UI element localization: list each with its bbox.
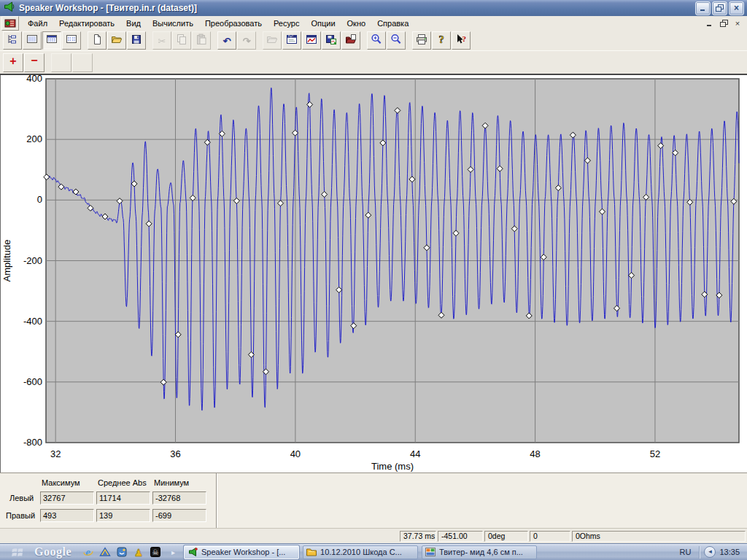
waveform-chart[interactable]: 3236404448524002000-200-400-600-800Time …: [1, 75, 747, 472]
mdi-minimize-button[interactable]: [704, 18, 716, 28]
task-button-2[interactable]: 10.12.2010 Шкода С...: [303, 545, 418, 559]
undo-button[interactable]: ↶: [217, 31, 236, 50]
zoom-in-button[interactable]: [367, 31, 386, 50]
paste-icon: [196, 34, 207, 48]
properties-window-button[interactable]: Prp?: [282, 31, 301, 50]
chart-window-button[interactable]: [302, 31, 321, 50]
status-cell-1: 37.73 ms: [400, 531, 436, 542]
document-system-icon[interactable]: [1, 16, 19, 31]
ie-quicklaunch-icon[interactable]: e: [82, 545, 95, 559]
open-file-button[interactable]: [107, 31, 126, 50]
properties-window-icon: Prp?: [286, 34, 298, 48]
speaker-task-icon: [187, 546, 198, 558]
messenger-quicklaunch-icon[interactable]: [115, 545, 128, 559]
y-tick-label: 200: [26, 133, 42, 144]
edit-toolbar: +−: [0, 51, 747, 74]
close-button[interactable]: ×: [729, 1, 744, 15]
folder-task-icon: [306, 546, 317, 558]
chart-area[interactable]: 3236404448524002000-200-400-600-800Time …: [0, 75, 747, 472]
task-button-label: 10.12.2010 Шкода С...: [320, 548, 402, 556]
mdi-restore-button[interactable]: [718, 18, 729, 28]
windows-logo-icon[interactable]: [12, 547, 24, 557]
taskbar: Google e♟☠ ▸ Speaker Workshop - [...10.1…: [0, 543, 747, 560]
svg-text:−: −: [31, 55, 37, 66]
stats-value-field: -699: [152, 509, 206, 522]
menu-item-7[interactable]: Опции: [305, 18, 341, 29]
menu-item-4[interactable]: Вычислить: [147, 18, 199, 29]
task-button-label: Твитер- мид 4,6 см п...: [439, 548, 523, 556]
stats-column-header: Максимум: [42, 478, 80, 487]
zoom-out-button[interactable]: [387, 31, 406, 50]
y-tick-label: -600: [23, 376, 42, 387]
triangle-quicklaunch-icon[interactable]: [98, 545, 112, 559]
x-axis-label: Time (ms): [371, 461, 414, 472]
x-tick-label: 36: [170, 448, 180, 459]
language-indicator[interactable]: RU: [675, 546, 697, 558]
remove-point-button[interactable]: −: [24, 53, 44, 72]
copy-button: [172, 31, 191, 50]
new-file-button[interactable]: [88, 31, 107, 50]
new-file-icon: [91, 34, 103, 48]
menu-item-2[interactable]: Редактировать: [53, 18, 120, 29]
save-chart-button[interactable]: [322, 31, 341, 50]
menu-item-6[interactable]: Ресурс: [268, 18, 305, 29]
chart-window-icon: [306, 34, 317, 48]
stats-row-label: Правый: [6, 511, 35, 520]
y-axis-label: Amplitude: [1, 240, 12, 282]
robot-quicklaunch-icon[interactable]: ♟: [132, 545, 145, 559]
x-tick-label: 52: [650, 448, 660, 459]
app-icon: [3, 1, 15, 15]
save-file-icon: [131, 34, 142, 48]
x-tick-label: 32: [50, 448, 61, 459]
copy-icon: [176, 34, 187, 48]
mdi-close-button[interactable]: ×: [732, 18, 743, 28]
export-chart-button[interactable]: [341, 31, 360, 50]
titlebar: Speaker Workshop - [Твитер.in.r (dataset…: [0, 0, 747, 16]
help-about-button[interactable]: ?: [432, 31, 451, 50]
stats-divider: [216, 473, 217, 528]
menu-item-5[interactable]: Преобразовать: [199, 18, 268, 29]
stats-value-field: 11714: [96, 491, 150, 505]
stats-row-label: Левый: [9, 494, 34, 502]
task-button-1[interactable]: Speaker Workshop - [...: [184, 545, 299, 559]
tree-view-button[interactable]: [3, 31, 22, 50]
menu-item-1[interactable]: Файл: [22, 18, 53, 29]
svg-text:Prp?: Prp?: [288, 35, 293, 38]
menu-item-9[interactable]: Справка: [371, 18, 414, 29]
skull-quicklaunch-icon[interactable]: ☠: [149, 545, 162, 559]
view-detail-button[interactable]: [62, 31, 81, 50]
task-button-3[interactable]: Твитер- мид 4,6 см п...: [422, 545, 537, 559]
y-tick-label: -800: [23, 437, 42, 448]
tree-view-icon: [7, 34, 18, 48]
menu-item-8[interactable]: Окно: [341, 18, 372, 29]
tray-collapse-button[interactable]: ◂: [704, 546, 716, 558]
add-point-button[interactable]: +: [3, 53, 23, 72]
svg-text:e: e: [85, 546, 90, 558]
undo-icon: ↶: [223, 34, 231, 47]
stats-column-header: Минимум: [154, 478, 189, 487]
mdi-controls: ×: [704, 18, 747, 28]
quick-launch-expand-icon[interactable]: ▸: [171, 548, 175, 556]
help-about-icon: ?: [436, 34, 447, 48]
restore-button[interactable]: [712, 1, 727, 15]
svg-text:♟: ♟: [134, 547, 144, 559]
x-tick-label: 48: [530, 448, 540, 459]
menu-item-3[interactable]: Вид: [120, 18, 147, 29]
google-toolbar-label[interactable]: Google: [34, 545, 71, 559]
view-datasheet-button[interactable]: [23, 31, 42, 50]
stats-value-field: -32768: [152, 491, 206, 505]
blank-1-button: [51, 53, 71, 72]
minimize-button[interactable]: [695, 1, 711, 15]
add-point-icon: +: [7, 55, 19, 70]
stats-column-header: Среднее Abs: [98, 478, 147, 487]
save-file-button[interactable]: [127, 31, 146, 50]
import-folder-icon: [266, 34, 278, 48]
view-grid-button[interactable]: [42, 31, 61, 50]
context-help-button[interactable]: ?: [452, 31, 471, 50]
view-detail-icon: [66, 34, 77, 48]
task-button-label: Speaker Workshop - [...: [201, 548, 285, 556]
svg-text:+: +: [9, 55, 16, 67]
tray-divider: [699, 546, 700, 559]
print-button[interactable]: [412, 31, 431, 50]
import-folder-button: [263, 31, 282, 50]
